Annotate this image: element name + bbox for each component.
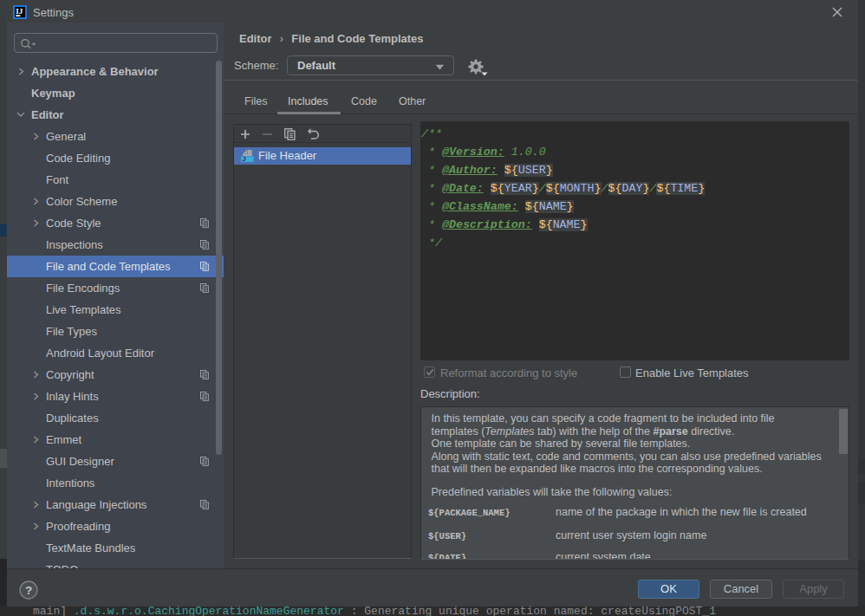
- svg-text:J: J: [243, 155, 246, 162]
- svg-text:IJ: IJ: [16, 7, 23, 16]
- svg-text:?: ?: [25, 584, 32, 597]
